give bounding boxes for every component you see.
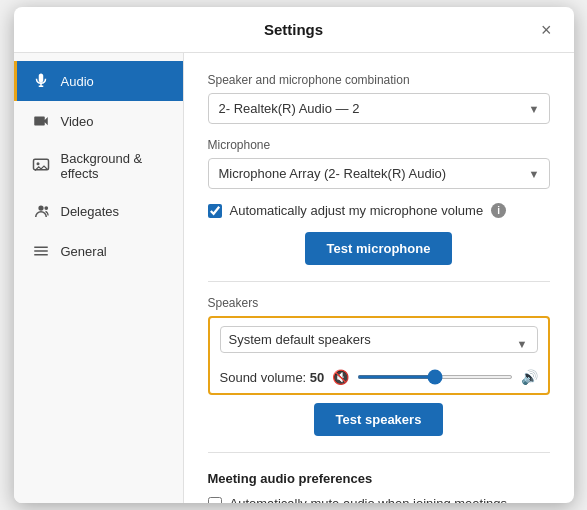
sidebar-label-video: Video — [61, 114, 94, 129]
volume-slider[interactable] — [357, 375, 512, 379]
settings-modal: Settings × Audio Video — [14, 7, 574, 503]
video-icon — [31, 111, 51, 131]
test-microphone-button[interactable]: Test microphone — [305, 232, 453, 265]
sidebar-item-general[interactable]: General — [14, 231, 183, 271]
main-content: Speaker and microphone combination 2- Re… — [184, 53, 574, 503]
divider-2 — [208, 452, 550, 453]
meeting-preferences-section: Meeting audio preferences Automatically … — [208, 471, 550, 503]
sidebar: Audio Video Background — [14, 53, 184, 503]
microphone-wrapper: Microphone Array (2- Realtek(R) Audio) ▼ — [208, 158, 550, 189]
volume-mute-icon: 🔇 — [332, 369, 349, 385]
auto-adjust-label: Automatically adjust my microphone volum… — [230, 203, 484, 218]
close-button[interactable]: × — [535, 19, 558, 41]
sidebar-item-background[interactable]: Background & effects — [14, 141, 183, 191]
info-icon[interactable]: i — [491, 203, 506, 218]
meeting-prefs-title: Meeting audio preferences — [208, 471, 550, 486]
test-speakers-button[interactable]: Test speakers — [314, 403, 444, 436]
volume-max-icon: 🔊 — [521, 369, 538, 385]
microphone-section: Microphone Microphone Array (2- Realtek(… — [208, 138, 550, 189]
speaker-combo-select[interactable]: 2- Realtek(R) Audio — 2 — [208, 93, 550, 124]
auto-mute-label: Automatically mute audio when joining me… — [230, 496, 508, 503]
speakers-label: Speakers — [208, 296, 550, 310]
speakers-wrapper: System default speakers ▼ — [220, 326, 538, 361]
sidebar-item-video[interactable]: Video — [14, 101, 183, 141]
sidebar-label-audio: Audio — [61, 74, 94, 89]
speakers-section: Speakers System default speakers ▼ Sound… — [208, 296, 550, 395]
sidebar-item-audio[interactable]: Audio — [14, 61, 183, 101]
modal-header: Settings × — [14, 7, 574, 53]
speaker-combo-label: Speaker and microphone combination — [208, 73, 550, 87]
audio-icon — [31, 71, 51, 91]
auto-adjust-checkbox[interactable] — [208, 204, 222, 218]
modal-body: Audio Video Background — [14, 53, 574, 503]
auto-adjust-row: Automatically adjust my microphone volum… — [208, 203, 550, 218]
sidebar-label-background: Background & effects — [61, 151, 169, 181]
svg-point-3 — [44, 206, 48, 210]
speaker-combo-section: Speaker and microphone combination 2- Re… — [208, 73, 550, 124]
sound-volume-value: 50 — [310, 370, 324, 385]
auto-mute-row: Automatically mute audio when joining me… — [208, 496, 550, 503]
speakers-box: System default speakers ▼ Sound volume: … — [208, 316, 550, 395]
sidebar-item-delegates[interactable]: Delegates — [14, 191, 183, 231]
delegates-icon — [31, 201, 51, 221]
general-icon — [31, 241, 51, 261]
svg-point-2 — [38, 205, 43, 210]
volume-row: Sound volume: 50 🔇 🔊 — [220, 369, 538, 385]
microphone-select[interactable]: Microphone Array (2- Realtek(R) Audio) — [208, 158, 550, 189]
sound-volume-label: Sound volume: 50 — [220, 370, 325, 385]
microphone-label: Microphone — [208, 138, 550, 152]
sidebar-label-delegates: Delegates — [61, 204, 120, 219]
modal-title: Settings — [264, 21, 323, 38]
background-icon — [31, 156, 51, 176]
divider-1 — [208, 281, 550, 282]
sidebar-label-general: General — [61, 244, 107, 259]
speakers-select[interactable]: System default speakers — [220, 326, 538, 353]
svg-point-1 — [36, 162, 39, 165]
speaker-combo-wrapper: 2- Realtek(R) Audio — 2 ▼ — [208, 93, 550, 124]
auto-mute-checkbox[interactable] — [208, 497, 222, 504]
